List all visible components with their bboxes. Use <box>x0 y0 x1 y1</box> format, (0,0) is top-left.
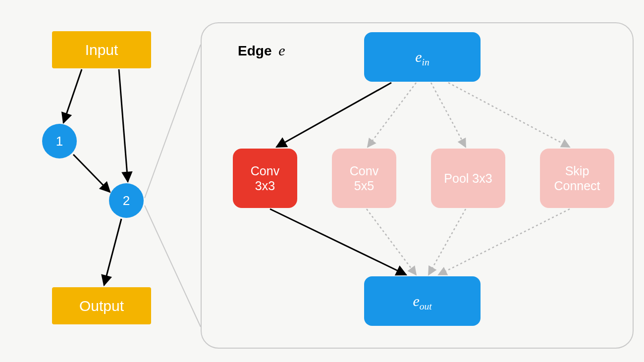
op-skip-connect-label: Skip Connect <box>554 163 600 193</box>
node-2-label: 2 <box>123 193 130 208</box>
arrow-1-to-2 <box>73 155 110 192</box>
op-pool-3x3: Pool 3x3 <box>431 149 505 208</box>
callout-bottom <box>145 206 201 327</box>
arrow-2-to-output <box>104 219 121 285</box>
arrow-input-to-2 <box>119 69 128 182</box>
op-conv-3x3-label: Conv 3x3 <box>251 163 279 193</box>
node-1-label: 1 <box>56 134 63 149</box>
input-label: Input <box>85 41 118 59</box>
edge-title-var: e <box>278 42 285 58</box>
e-in-block: ein <box>364 32 481 82</box>
callout-top <box>145 45 201 198</box>
op-conv-5x5-label: Conv 5x5 <box>350 163 378 193</box>
op-pool-3x3-label: Pool 3x3 <box>444 171 492 186</box>
e-in-prefix: e <box>415 49 422 65</box>
output-block: Output <box>52 287 151 324</box>
edge-title-prefix: Edge <box>238 43 271 58</box>
op-conv-3x3: Conv 3x3 <box>233 149 297 208</box>
e-out-sub: out <box>420 301 432 311</box>
e-out-prefix: e <box>413 293 419 309</box>
edge-title: Edge e <box>238 42 285 59</box>
node-2: 2 <box>109 183 144 218</box>
op-conv-5x5: Conv 5x5 <box>332 149 396 208</box>
arrow-input-to-1 <box>63 69 82 123</box>
e-out-block: eout <box>364 276 481 326</box>
op-skip-connect: Skip Connect <box>540 149 614 208</box>
e-in-sub: in <box>422 57 429 67</box>
output-label: Output <box>79 297 124 315</box>
node-1: 1 <box>42 124 77 158</box>
input-block: Input <box>52 31 151 68</box>
